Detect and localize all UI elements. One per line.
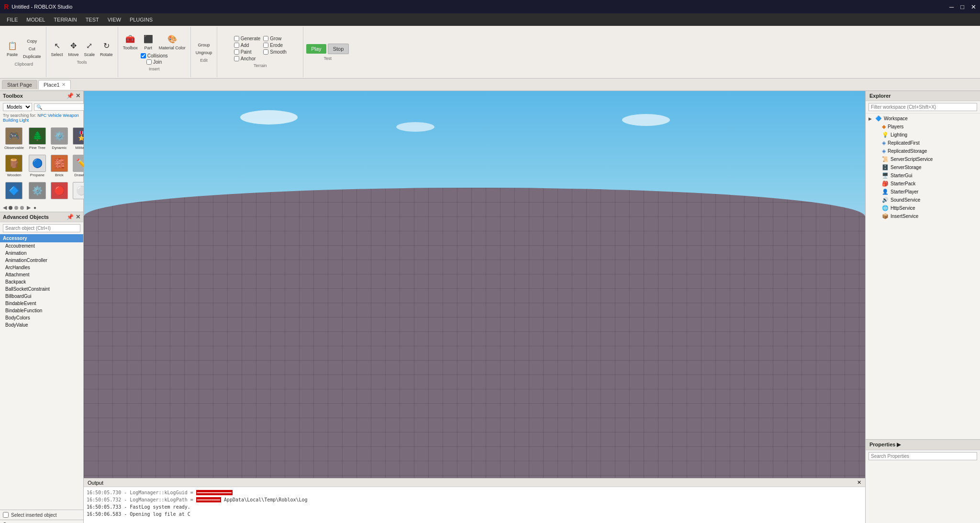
generate-checkbox-label[interactable]: Generate <box>234 36 261 41</box>
paint-checkbox[interactable] <box>234 49 239 55</box>
paint-checkbox-label[interactable]: Paint <box>234 49 261 55</box>
scroll-dot-2[interactable] <box>14 206 18 210</box>
menu-file[interactable]: FILE <box>3 16 22 23</box>
toolbox-item-9[interactable]: ⚙️ <box>27 181 47 202</box>
tree-item-server-script-service[interactable]: 📜 ServerScriptService <box>866 155 980 163</box>
properties-expand-icon[interactable]: ▶ <box>897 442 901 447</box>
copy-button[interactable]: Copy <box>25 38 39 45</box>
tree-item-starter-pack[interactable]: 🎒 StarterPack <box>866 180 980 188</box>
adv-item-accoutrement[interactable]: Accoutrement <box>0 242 83 250</box>
tree-item-replicated-storage[interactable]: ◈ ReplicatedStorage <box>866 147 980 155</box>
advanced-objects-search-input[interactable] <box>3 224 80 232</box>
tree-item-replicated-first[interactable]: ◈ ReplicatedFirst <box>866 139 980 147</box>
hint-npc[interactable]: NPC <box>37 113 46 118</box>
rotate-button[interactable]: ↻ Rotate <box>98 40 115 58</box>
hint-vehicle[interactable]: Vehicle <box>48 113 62 118</box>
toolbox-item-10[interactable]: 🔴 <box>49 181 69 202</box>
duplicate-button[interactable]: Duplicate <box>21 53 43 60</box>
ungroup-button[interactable]: Ungroup <box>194 49 214 56</box>
tree-item-players[interactable]: ◆ Players <box>866 123 980 131</box>
cut-button[interactable]: Cut <box>27 45 37 52</box>
select-inserted-checkbox[interactable] <box>3 512 9 518</box>
maximize-button[interactable]: □ <box>960 3 964 11</box>
adv-item-accessory[interactable]: Accessory <box>0 234 83 242</box>
close-button[interactable]: ✕ <box>971 3 976 11</box>
toolbox-item-4[interactable]: 🪵 Wooden <box>3 153 25 179</box>
scale-button[interactable]: ⤢ Scale <box>82 40 97 58</box>
erode-checkbox[interactable] <box>263 43 268 48</box>
smooth-checkbox-label[interactable]: Smooth <box>263 49 286 55</box>
toolbox-category-dropdown[interactable]: Models <box>3 103 32 111</box>
toolbox-item-0[interactable]: 🎮 Observable <box>3 126 25 151</box>
adv-item-backpack[interactable]: Backpack <box>0 278 83 285</box>
tree-item-starter-gui[interactable]: 🖥️ StarterGui <box>866 171 980 180</box>
scroll-right-icon[interactable]: ▶ <box>27 205 31 211</box>
toolbox-close-icon[interactable]: ✕ <box>76 92 80 99</box>
tree-item-insert-service[interactable]: 📦 InsertService <box>866 212 980 220</box>
explorer-filter-input[interactable] <box>869 103 977 111</box>
generate-checkbox[interactable] <box>234 36 239 41</box>
toolbox-item-8[interactable]: 🔷 <box>3 181 25 202</box>
collisions-checkbox-label[interactable]: Collisions <box>141 53 168 58</box>
hint-building[interactable]: Building <box>3 118 18 123</box>
tab-close-icon[interactable]: ✕ <box>62 82 66 87</box>
tree-item-http-service[interactable]: 🌐 HttpService <box>866 204 980 212</box>
select-button[interactable]: ↖ Select <box>49 40 65 58</box>
material-color-button[interactable]: 🎨 Material Color <box>157 33 188 51</box>
join-checkbox-label[interactable]: Join <box>146 59 162 65</box>
scroll-dot-1[interactable] <box>9 206 12 210</box>
scroll-dot-3[interactable] <box>20 206 24 210</box>
hint-light[interactable]: Light <box>20 118 29 123</box>
anchor-checkbox-label[interactable]: Anchor <box>234 56 261 61</box>
play-button[interactable]: Play <box>306 44 326 54</box>
menu-test[interactable]: TEST <box>82 16 103 23</box>
scroll-left-icon[interactable]: ◀ <box>3 205 7 211</box>
adv-item-attachment[interactable]: Attachment <box>0 271 83 278</box>
toolbox-item-2[interactable]: ⚙️ Dynamic <box>49 126 69 151</box>
adv-item-bodyvalue[interactable]: BodyValue <box>0 321 83 329</box>
adv-item-animation[interactable]: Animation <box>0 250 83 257</box>
stop-button[interactable]: Stop <box>328 44 349 54</box>
adv-item-animationcontroller[interactable]: AnimationController <box>0 257 83 264</box>
erode-checkbox-label[interactable]: Erode <box>263 43 286 48</box>
tree-item-lighting[interactable]: 💡 Lighting <box>866 131 980 139</box>
move-button[interactable]: ✥ Move <box>67 40 81 58</box>
anchor-checkbox[interactable] <box>234 56 239 61</box>
properties-search-input[interactable] <box>869 452 977 460</box>
adv-item-bodycolors[interactable]: BodyColors <box>0 314 83 321</box>
toolbox-button[interactable]: 🧰 Toolbox <box>121 33 140 51</box>
collisions-checkbox[interactable] <box>141 53 146 58</box>
grow-checkbox[interactable] <box>263 36 268 41</box>
menu-plugins[interactable]: PLUGINS <box>126 16 156 23</box>
menu-view[interactable]: VIEW <box>104 16 125 23</box>
output-close-icon[interactable]: ✕ <box>857 479 861 486</box>
tree-item-starter-player[interactable]: 👤 StarterPlayer <box>866 188 980 196</box>
toolbox-item-5[interactable]: 🔵 Propane <box>27 153 47 179</box>
tree-item-sound-service[interactable]: 🔊 SoundService <box>866 196 980 204</box>
toolbox-pin-icon[interactable]: 📌 <box>67 92 74 99</box>
menu-terrain[interactable]: TERRAIN <box>50 16 80 23</box>
tree-item-workspace[interactable]: ▶ 🔷 Workspace <box>866 114 980 123</box>
part-button[interactable]: ⬛ Part <box>141 33 156 51</box>
toolbox-item-6[interactable]: 🧱 Brick <box>49 153 69 179</box>
select-inserted-label[interactable]: Select inserted object <box>11 512 57 518</box>
tab-place1[interactable]: Place1 ✕ <box>38 80 71 90</box>
add-checkbox[interactable] <box>234 43 239 48</box>
minimize-button[interactable]: ─ <box>949 3 954 11</box>
adv-item-bindablefunction[interactable]: BindableFunction <box>0 307 83 314</box>
toolbox-item-1[interactable]: 🌲 Pine Tree <box>27 126 47 151</box>
group-button[interactable]: Group <box>194 42 214 48</box>
viewport-canvas[interactable] <box>84 91 865 478</box>
tree-item-server-storage[interactable]: 🗄️ ServerStorage <box>866 163 980 171</box>
paste-button[interactable]: 📋 Paste <box>5 40 20 58</box>
smooth-checkbox[interactable] <box>263 49 268 55</box>
hint-weapon[interactable]: Weapon <box>63 113 78 118</box>
join-checkbox[interactable] <box>146 59 152 65</box>
adv-item-billboardgui[interactable]: BillboardGui <box>0 293 83 300</box>
grow-checkbox-label[interactable]: Grow <box>263 36 286 41</box>
menu-model[interactable]: MODEL <box>22 16 49 23</box>
tab-start-page[interactable]: Start Page <box>2 80 37 89</box>
add-checkbox-label[interactable]: Add <box>234 43 261 48</box>
adv-item-archandles[interactable]: ArcHandles <box>0 264 83 271</box>
advanced-objects-close-icon[interactable]: ✕ <box>76 214 80 220</box>
